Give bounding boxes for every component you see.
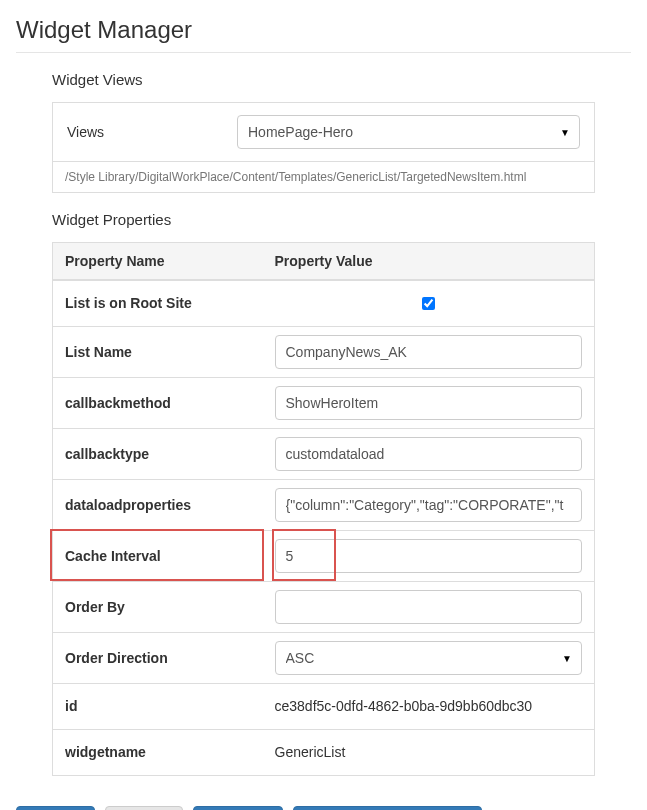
row-widgetname: widgetname GenericList	[53, 729, 595, 775]
widget-properties-section: Widget Properties Property Name Property…	[16, 211, 631, 776]
checkbox-root-site[interactable]	[422, 297, 435, 310]
label-order-by: Order By	[53, 581, 263, 632]
label-root-site: List is on Root Site	[53, 280, 263, 326]
row-list-name: List Name	[53, 326, 595, 377]
widget-views-section: Widget Views Views HomePage-Hero ▼ /Styl…	[16, 71, 631, 193]
views-heading: Widget Views	[52, 71, 595, 88]
cancel-button[interactable]: Cancel	[105, 806, 183, 811]
row-order-direction: Order Direction ASC ▼	[53, 632, 595, 683]
select-order-direction[interactable]: ASC	[275, 641, 583, 675]
page-title: Widget Manager	[16, 16, 631, 53]
row-callbacktype: callbacktype	[53, 428, 595, 479]
action-buttons: Update Cancel Get View Manage Widget Ins…	[16, 806, 631, 811]
row-id: id ce38df5c-0dfd-4862-b0ba-9d9bb60dbc30	[53, 683, 595, 729]
label-dataloadproperties: dataloadproperties	[53, 479, 263, 530]
views-selector-row: Views HomePage-Hero ▼	[52, 102, 595, 162]
properties-table: Property Name Property Value List is on …	[52, 242, 595, 776]
row-order-by: Order By	[53, 581, 595, 632]
input-order-by[interactable]	[275, 590, 583, 624]
col-property-name: Property Name	[53, 243, 263, 281]
update-button[interactable]: Update	[16, 806, 95, 811]
row-dataloadproperties: dataloadproperties	[53, 479, 595, 530]
label-callbacktype: callbacktype	[53, 428, 263, 479]
manage-widget-instance-button[interactable]: Manage Widget Instance	[293, 806, 482, 811]
template-path: /Style Library/DigitalWorkPlace/Content/…	[52, 162, 595, 193]
row-callbackmethod: callbackmethod	[53, 377, 595, 428]
row-root-site: List is on Root Site	[53, 280, 595, 326]
label-callbackmethod: callbackmethod	[53, 377, 263, 428]
views-select[interactable]: HomePage-Hero	[237, 115, 580, 149]
value-widgetname: GenericList	[275, 744, 346, 760]
properties-heading: Widget Properties	[52, 211, 595, 228]
input-cache-interval[interactable]	[275, 539, 583, 573]
label-list-name: List Name	[53, 326, 263, 377]
label-cache-interval: Cache Interval	[53, 530, 263, 581]
label-widgetname: widgetname	[53, 729, 263, 775]
label-id: id	[53, 683, 263, 729]
label-order-direction: Order Direction	[53, 632, 263, 683]
input-callbackmethod[interactable]	[275, 386, 583, 420]
input-callbacktype[interactable]	[275, 437, 583, 471]
input-dataloadproperties[interactable]	[275, 488, 583, 522]
row-cache-interval: Cache Interval	[53, 530, 595, 581]
views-label: Views	[67, 124, 217, 140]
get-view-button[interactable]: Get View	[193, 806, 284, 811]
input-list-name[interactable]	[275, 335, 583, 369]
col-property-value: Property Value	[263, 243, 595, 281]
value-id: ce38df5c-0dfd-4862-b0ba-9d9bb60dbc30	[275, 698, 533, 714]
